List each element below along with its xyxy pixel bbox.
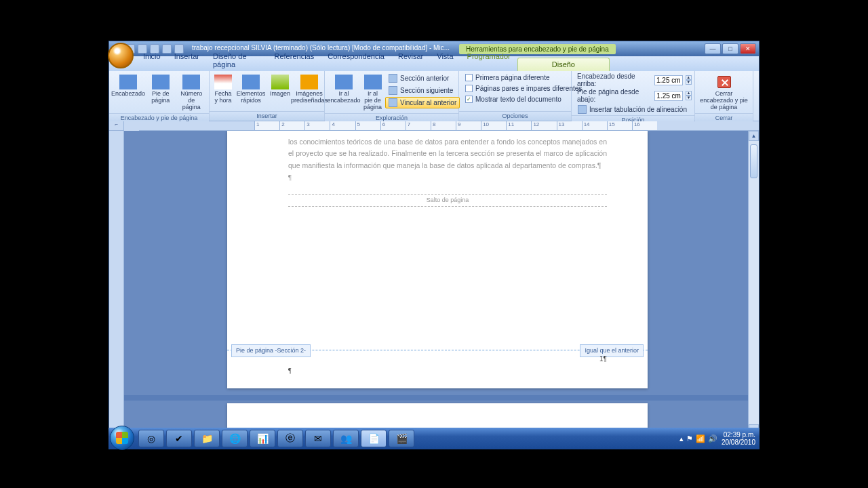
pilcrow-mark: ¶: [288, 367, 292, 374]
group-exploracion: Ir al encabezado Ir al pie de página Sec…: [325, 71, 459, 121]
spin-down-icon[interactable]: ▼: [686, 80, 692, 85]
page-gap: [124, 395, 751, 401]
seccion-siguiente-button[interactable]: Sección siguiente: [385, 85, 460, 96]
group-encabezado-pie: Encabezado Pie de página Número de págin…: [109, 71, 210, 121]
fecha-hora-button[interactable]: Fecha y hora: [212, 73, 234, 106]
taskbar-item-ie[interactable]: ⓔ: [277, 430, 303, 447]
page[interactable]: los conocimientos teóricos de una base d…: [227, 131, 648, 388]
label: Sección anterior: [400, 75, 449, 82]
footer-page-number: 1¶: [599, 354, 607, 365]
ruler-corner: ⌐: [109, 121, 124, 131]
header-from-top-input[interactable]: [654, 75, 683, 85]
label: Número de página: [179, 91, 205, 111]
close-button[interactable]: ✕: [740, 43, 756, 54]
mostrar-texto-checkbox[interactable]: ✓Mostrar texto del documento: [462, 94, 585, 104]
close-icon: [717, 76, 731, 88]
scroll-thumb[interactable]: [750, 144, 757, 178]
encabezado-button[interactable]: Encabezado: [112, 73, 144, 100]
footer-content[interactable]: 1¶ ¶: [288, 354, 607, 376]
body-paragraph: los conocimientos teóricos de una base d…: [288, 136, 607, 171]
taskbar-item-explorer[interactable]: 📁: [194, 430, 220, 447]
spin-up-icon[interactable]: ▲: [686, 91, 692, 96]
start-button[interactable]: [110, 426, 134, 450]
document-scroll[interactable]: los conocimientos teóricos de una base d…: [124, 131, 759, 434]
page[interactable]: [227, 403, 648, 430]
taskbar-item-word[interactable]: 📄: [361, 430, 387, 447]
taskbar-item-media[interactable]: 🎬: [389, 430, 414, 447]
vertical-ruler[interactable]: [109, 131, 124, 434]
taskbar-item-messenger[interactable]: 👥: [333, 430, 359, 447]
spin-up-icon[interactable]: ▲: [686, 75, 692, 80]
tray-clock[interactable]: 02:39 p.m. 20/08/2010: [722, 431, 755, 446]
windows-taskbar: ◎ ✔ 📁 🌐 📊 ⓔ ✉ 👥 📄 🎬 ▴ ⚑ 📶 🔊 02:39 p.m. 2…: [108, 428, 760, 449]
tab-correspondencia[interactable]: Correspondencia: [321, 50, 391, 71]
footer-zone[interactable]: Pie de página -Sección 2- Igual que el a…: [227, 350, 648, 350]
primera-pagina-checkbox[interactable]: Primera página diferente: [462, 73, 585, 83]
numero-pagina-button[interactable]: Número de página: [177, 73, 207, 113]
tab-referencias[interactable]: Referencias: [268, 50, 321, 71]
group-label: Insertar: [210, 111, 324, 121]
label: Fecha y hora: [214, 91, 232, 104]
group-posicion: Encabezado desde arriba: ▲▼ Pie de págin…: [572, 71, 695, 121]
ir-pie-button[interactable]: Ir al pie de página: [361, 73, 384, 113]
tray-time: 02:39 p.m.: [722, 431, 755, 439]
pilcrow-mark: ¶: [288, 171, 607, 183]
elementos-rapidos-button[interactable]: Elementos rápidos: [235, 73, 267, 106]
link-icon: [389, 98, 397, 107]
ir-encabezado-button[interactable]: Ir al encabezado: [328, 73, 360, 106]
group-label: Opciones: [459, 111, 571, 121]
checkbox-icon: [465, 74, 473, 81]
taskbar-item-excel[interactable]: 📊: [250, 430, 275, 447]
vertical-scrollbar[interactable]: ▲ ▼: [748, 131, 759, 434]
label: Ir al encabezado: [327, 91, 360, 104]
group-opciones: Primera página diferente Páginas pares e…: [459, 71, 572, 121]
paginas-pares-checkbox[interactable]: Páginas pares e impares diferentes: [462, 83, 585, 94]
insertar-tabulacion-button[interactable]: Insertar tabulación de alineación: [574, 104, 692, 115]
label: Mostrar texto del documento: [475, 96, 561, 103]
seccion-anterior-button[interactable]: Sección anterior: [385, 73, 460, 84]
label: Elementos rápidos: [237, 91, 266, 104]
imagen-button[interactable]: Imagen: [268, 73, 292, 100]
label: Pie de página: [148, 91, 174, 104]
tab-diseno-pagina[interactable]: Diseño de página: [206, 50, 268, 71]
ribbon: Encabezado Pie de página Número de págin…: [109, 71, 759, 121]
taskbar-item-check[interactable]: ✔: [166, 430, 192, 447]
document-area: los conocimientos teóricos de una base d…: [109, 131, 759, 434]
label: Insertar tabulación de alineación: [589, 106, 687, 113]
cerrar-encabezado-button[interactable]: Cerrar encabezado y pie de página: [698, 73, 750, 113]
office-button[interactable]: [108, 43, 134, 68]
footer-from-bottom-input[interactable]: [654, 91, 683, 101]
tab-inicio[interactable]: Inicio: [136, 50, 167, 71]
pie-pagina-button[interactable]: Pie de página: [146, 73, 176, 106]
next-section-icon: [389, 86, 397, 95]
label: Páginas pares e impares diferentes: [475, 85, 582, 92]
tab-diseno[interactable]: Diseño: [517, 58, 610, 71]
tab-programador[interactable]: Programador: [460, 50, 517, 71]
tray-arrow-icon[interactable]: ▴: [679, 434, 684, 443]
header-from-top-field: Encabezado desde arriba: ▲▼: [574, 73, 692, 87]
tray-flag-icon[interactable]: ⚑: [686, 434, 693, 443]
taskbar-item-outlook[interactable]: ✉: [305, 430, 331, 447]
label: Pie de página desde abajo:: [577, 88, 652, 103]
scroll-up-icon[interactable]: ▲: [749, 131, 759, 141]
checkbox-icon: ✓: [465, 96, 473, 103]
minimize-button[interactable]: —: [705, 43, 721, 54]
maximize-button[interactable]: □: [722, 43, 738, 54]
label: Ir al pie de página: [363, 91, 382, 111]
system-tray: ▴ ⚑ 📶 🔊 02:39 p.m. 20/08/2010: [679, 431, 760, 446]
taskbar-item-hp[interactable]: ◎: [138, 430, 164, 447]
word-window: trabajo recepcional SILVIA (terminado) (…: [108, 41, 760, 447]
tray-volume-icon[interactable]: 🔊: [708, 434, 717, 443]
tab-vista[interactable]: Vista: [430, 50, 460, 71]
tab-revisar[interactable]: Revisar: [391, 50, 430, 71]
taskbar-item-browser[interactable]: 🌐: [222, 430, 248, 447]
label: Encabezado: [111, 91, 145, 98]
spin-down-icon[interactable]: ▼: [686, 96, 692, 100]
horizontal-ruler[interactable]: 12345678910111213141516: [139, 121, 759, 131]
imagenes-predisenadas-button[interactable]: Imágenes prediseñadas: [294, 73, 325, 106]
tray-network-icon[interactable]: 📶: [696, 434, 705, 443]
label: Primera página diferente: [475, 74, 550, 81]
tab-insertar[interactable]: Insertar: [167, 50, 206, 71]
vincular-anterior-button[interactable]: Vincular al anterior: [385, 97, 460, 108]
prev-section-icon: [389, 74, 397, 83]
